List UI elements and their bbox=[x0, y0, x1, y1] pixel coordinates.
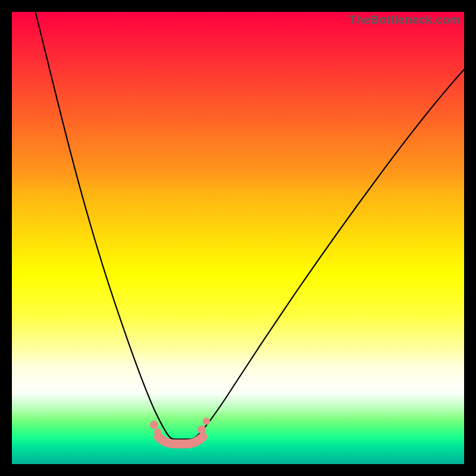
valley-highlight-group bbox=[150, 418, 210, 444]
valley-dot bbox=[203, 418, 210, 425]
chart-svg bbox=[12, 12, 464, 464]
bottleneck-curve bbox=[35, 8, 469, 439]
valley-dot bbox=[150, 421, 158, 429]
valley-dot bbox=[198, 425, 206, 434]
valley-dot bbox=[154, 428, 161, 436]
plot-gradient-background: TheBottleneck.com bbox=[12, 12, 464, 464]
valley-highlight-band bbox=[158, 437, 203, 444]
chart-frame: TheBottleneck.com bbox=[0, 0, 476, 476]
